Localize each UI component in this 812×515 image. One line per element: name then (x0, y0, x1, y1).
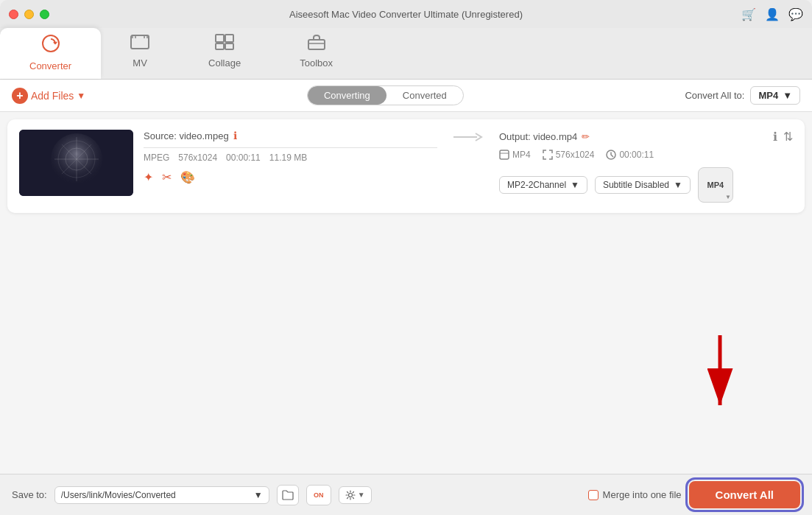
output-format-badge[interactable]: MP4 ▼ (698, 167, 733, 203)
subtitle-value: Subtitle Disabled (603, 180, 669, 190)
minimize-button[interactable] (24, 10, 34, 19)
file-size: 11.19 MB (269, 153, 307, 163)
window-title: Aiseesoft Mac Video Converter Ultimate (… (289, 9, 523, 20)
hardware-button[interactable]: ON (306, 485, 331, 505)
tab-group: Converting Converted (307, 85, 464, 105)
output-duration-item: 00:00:11 (606, 150, 654, 160)
file-meta: MPEG 576x1024 00:00:11 11.19 MB (144, 153, 437, 163)
svg-rect-1 (131, 35, 149, 49)
folder-button[interactable] (277, 485, 299, 505)
converter-icon (41, 34, 60, 57)
settings-button[interactable]: ▼ (339, 486, 372, 504)
traffic-lights (9, 10, 49, 19)
svg-rect-3 (225, 35, 233, 42)
file-duration: 00:00:11 (226, 153, 261, 163)
toolbox-icon (307, 34, 326, 55)
bottom-bar: Save to: /Users/link/Movies/Converted ▼ … (0, 474, 812, 515)
svg-rect-4 (216, 43, 224, 49)
output-filename: Output: video.mp4 ✏ (499, 131, 590, 142)
subtitle-dropdown[interactable]: Subtitle Disabled ▼ (595, 176, 691, 194)
output-file-label: Output: video.mp4 (499, 131, 577, 142)
output-row: Output: video.mp4 ✏ ℹ ⇅ (499, 130, 793, 144)
audio-channel-value: MP2-2Channel (507, 180, 566, 190)
output-meta: MP4 576x1024 00:00:11 (499, 150, 793, 160)
svg-point-0 (43, 35, 59, 52)
title-bar-actions: 🛒 👤 💬 (741, 7, 803, 21)
tab-converter[interactable]: Converter (0, 28, 101, 79)
add-files-label: Add Files (31, 90, 74, 102)
output-format-item: MP4 (499, 150, 531, 160)
cart-icon[interactable]: 🛒 (741, 7, 756, 21)
info-icon[interactable]: ℹ (233, 130, 237, 141)
nav-tabs: Converter MV Collage (0, 28, 812, 80)
effects-icon[interactable]: 🎨 (180, 170, 195, 184)
format-arrow-icon: ▼ (783, 90, 792, 101)
hw-label: ON (314, 491, 324, 499)
converted-tab[interactable]: Converted (386, 86, 463, 105)
file-card: Source: video.mpeg ℹ MPEG 576x1024 00:00… (7, 119, 805, 213)
mv-icon (130, 34, 149, 55)
badge-arrow-icon: ▼ (725, 194, 731, 200)
user-icon[interactable]: 👤 (765, 7, 780, 21)
source-filename: Source: video.mpeg (144, 130, 229, 141)
svg-rect-5 (225, 43, 233, 49)
svg-rect-6 (308, 40, 325, 49)
edit-icon[interactable]: ✏ (582, 131, 590, 142)
format-value: MP4 (758, 90, 778, 101)
menu-icon[interactable]: 💬 (788, 7, 803, 21)
settings-output-icon[interactable]: ⇅ (783, 130, 793, 144)
tab-toolbox[interactable]: Toolbox (270, 28, 362, 79)
toolbar: + Add Files ▼ Converting Converted Conve… (0, 80, 812, 112)
file-format: MPEG (144, 153, 169, 163)
audio-arrow-icon: ▼ (571, 180, 579, 190)
main-content: Source: video.mpeg ℹ MPEG 576x1024 00:00… (0, 112, 812, 474)
svg-rect-17 (500, 150, 509, 159)
convert-all-button[interactable]: Convert All (689, 481, 800, 508)
file-resolution: 576x1024 (178, 153, 217, 163)
collage-icon (215, 34, 234, 55)
source-row: Source: video.mpeg ℹ (144, 130, 437, 141)
output-resolution: 576x1024 (556, 150, 595, 160)
output-resolution-item: 576x1024 (543, 150, 595, 160)
output-duration: 00:00:11 (619, 150, 654, 160)
info-output-icon[interactable]: ℹ (773, 130, 777, 144)
tab-mv[interactable]: MV (101, 28, 179, 79)
output-format: MP4 (512, 150, 531, 160)
toolbox-tab-label: Toolbox (300, 57, 333, 69)
save-to-label: Save to: (12, 489, 47, 500)
subtitle-arrow-icon: ▼ (674, 180, 682, 190)
add-files-arrow-icon: ▼ (77, 91, 85, 101)
converter-tab-label: Converter (29, 60, 71, 71)
add-files-button[interactable]: + Add Files ▼ (12, 88, 85, 104)
output-icons: ℹ ⇅ (773, 130, 793, 144)
file-info: Source: video.mpeg ℹ MPEG 576x1024 00:00… (144, 130, 437, 184)
mv-tab-label: MV (133, 57, 147, 69)
convert-all-to-label: Convert All to: (685, 90, 744, 101)
source-divider (144, 147, 437, 148)
output-dropdowns: MP2-2Channel ▼ Subtitle Disabled ▼ MP4 ▼ (499, 167, 793, 203)
convert-arrow (448, 130, 489, 144)
enhance-icon[interactable]: ✦ (144, 170, 153, 184)
title-bar: Aiseesoft Mac Video Converter Ultimate (… (0, 0, 812, 28)
file-actions: ✦ ✂ 🎨 (144, 170, 437, 184)
video-thumbnail (19, 130, 133, 196)
settings-arrow-icon: ▼ (358, 491, 365, 499)
badge-format-label: MP4 (707, 181, 724, 189)
tab-collage[interactable]: Collage (179, 28, 270, 79)
output-section: Output: video.mp4 ✏ ℹ ⇅ MP4 576x1024 (499, 130, 793, 203)
cut-icon[interactable]: ✂ (162, 170, 172, 184)
save-path-value: /Users/link/Movies/Converted (61, 490, 250, 500)
svg-rect-2 (216, 35, 224, 42)
merge-label: Merge into one file (603, 489, 682, 500)
svg-point-20 (348, 493, 352, 497)
path-arrow-icon: ▼ (254, 490, 263, 500)
merge-checkbox[interactable]: Merge into one file (588, 489, 682, 500)
close-button[interactable] (9, 10, 18, 19)
add-circle-icon: + (12, 88, 28, 104)
maximize-button[interactable] (40, 10, 49, 19)
audio-channel-dropdown[interactable]: MP2-2Channel ▼ (499, 176, 587, 194)
format-select[interactable]: MP4 ▼ (750, 86, 800, 105)
convert-all-to-group: Convert All to: MP4 ▼ (685, 86, 800, 105)
save-path-select[interactable]: /Users/link/Movies/Converted ▼ (54, 486, 269, 504)
converting-tab[interactable]: Converting (308, 86, 386, 105)
